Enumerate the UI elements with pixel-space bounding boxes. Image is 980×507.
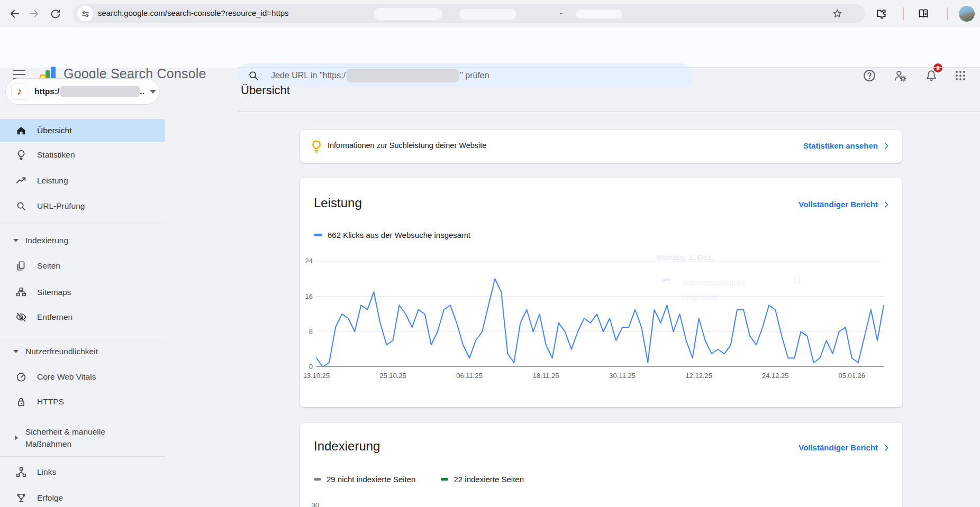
page: { "browser": { "url": "search.google.com… — [0, 0, 980, 507]
user-settings-icon[interactable] — [893, 69, 907, 82]
property-redaction-blob — [60, 86, 140, 97]
not-indexed-legend: 29 nicht indexierte Seiten — [314, 475, 415, 484]
sidebar-divider — [0, 224, 165, 224]
search-icon — [248, 70, 259, 81]
y-tick-label: 8 — [300, 327, 313, 335]
y-tick-label: 24 — [300, 257, 313, 265]
url-redaction-artifact: - — [560, 8, 562, 17]
sidebar-divider — [0, 456, 165, 457]
x-tick-label: 06.11.25 — [447, 372, 492, 380]
help-icon[interactable] — [863, 69, 876, 82]
x-tick-label: 05.01.26 — [830, 372, 874, 380]
lock-icon — [15, 395, 28, 408]
indexing-title: Indexierung — [314, 439, 380, 454]
property-selector[interactable]: ♪ https:/ .. — [5, 78, 160, 105]
home-icon — [15, 124, 28, 137]
sidebar-item-seiten[interactable]: Seiten — [0, 254, 165, 278]
performance-line — [316, 279, 884, 367]
sidebar-item-core-web-vitals[interactable]: Core Web Vitals — [0, 365, 165, 389]
legend-dash-green — [441, 478, 448, 481]
performance-full-report-link[interactable]: Vollständiger Bericht — [798, 200, 891, 209]
x-tick-label: 25.10.25 — [371, 372, 415, 380]
y-tick-label: 0 — [300, 363, 313, 371]
chevron-right-icon — [15, 435, 18, 440]
browser-toolbar: search.google.com/search-console?resourc… — [0, 0, 980, 28]
property-url: https:/ .. — [34, 86, 144, 97]
trending-up-icon — [15, 174, 28, 187]
sidebar-item-https[interactable]: HTTPS — [0, 390, 165, 413]
url-redaction-blob — [459, 9, 516, 20]
forward-icon[interactable] — [28, 7, 40, 20]
pages-icon — [15, 260, 28, 272]
link-graph-icon — [15, 466, 28, 478]
chevron-down-icon — [13, 239, 19, 242]
sidebar-item-erfolge[interactable]: Erfolge — [0, 486, 165, 507]
sidebar-section-sicherheit[interactable]: Sicherheit & manuelle Maßnahmen — [0, 423, 165, 453]
chevron-down-icon — [150, 90, 156, 94]
search-placeholder: Jede URL in "https:/ " prüfen — [271, 69, 489, 82]
lightbulb-icon — [15, 149, 28, 161]
trophy-icon — [15, 492, 28, 504]
chevron-right-icon — [882, 444, 891, 452]
bookmark-star-icon[interactable] — [831, 7, 843, 20]
sidebar-section-nutzerfreundlichkeit[interactable]: Nutzerfreundlichkeit — [0, 341, 165, 362]
eye-off-icon — [15, 311, 28, 324]
legend-dash-gray — [314, 478, 321, 481]
magnifier-icon — [15, 200, 28, 213]
apps-grid-icon[interactable] — [954, 69, 967, 82]
performance-line-chart[interactable] — [316, 261, 884, 367]
url-text[interactable]: search.google.com/search-console?resourc… — [98, 8, 289, 17]
url-redaction-blob — [576, 10, 622, 19]
sidebar-divider — [0, 420, 165, 420]
toolbar-divider — [947, 7, 948, 20]
x-tick-label: 18.11.25 — [524, 372, 568, 380]
lightbulb-insight-icon — [309, 139, 324, 154]
x-tick-label: 12.12.25 — [677, 372, 721, 380]
browser-profile-avatar[interactable] — [959, 6, 975, 22]
insights-banner[interactable]: Informationen zur Suchleistung deiner We… — [300, 130, 902, 163]
page-title: Übersicht — [241, 84, 290, 97]
sidebar-item-entfernen[interactable]: Entfernen — [0, 306, 165, 329]
reload-icon[interactable] — [49, 7, 61, 20]
sidebar-item-leistung[interactable]: Leistung — [0, 169, 165, 192]
reading-list-book-icon[interactable] — [917, 7, 930, 20]
title-divider — [238, 112, 980, 112]
sidebar-section-indexierung[interactable]: Indexierung — [0, 230, 165, 251]
toolbar-divider — [903, 7, 904, 20]
indexing-card: Indexierung Vollständiger Bericht 29 nic… — [300, 423, 902, 507]
performance-card: Leistung Vollständiger Bericht 662 Klick… — [300, 178, 902, 407]
x-tick-label: 24.12.25 — [753, 372, 797, 380]
header-divider — [238, 67, 980, 68]
x-tick-label: 30.11.25 — [600, 372, 645, 380]
notification-badge: 8 — [933, 63, 942, 72]
indexed-legend: 22 indexierte Seiten — [441, 475, 524, 484]
url-bar[interactable]: search.google.com/search-console?resourc… — [72, 4, 865, 23]
sidebar-item-uebersicht[interactable]: Übersicht — [0, 119, 165, 142]
indexing-axis-partial-label: 30 — [306, 501, 319, 507]
url-redaction-blob — [374, 8, 442, 20]
site-info-icon[interactable] — [77, 6, 93, 22]
banner-text: Informationen zur Suchleistung deiner We… — [328, 141, 486, 150]
performance-title: Leistung — [314, 196, 362, 210]
property-favicon-music-note-icon: ♪ — [11, 83, 28, 100]
chevron-down-icon — [13, 350, 19, 353]
sidebar-item-url-pruefung[interactable]: URL-Prüfung — [0, 195, 165, 218]
sidebar-item-links[interactable]: Links — [0, 460, 165, 484]
legend-dash-blue — [314, 234, 322, 236]
sidebar-item-statistiken[interactable]: Statistiken — [0, 143, 165, 167]
extensions-puzzle-icon[interactable] — [875, 7, 887, 20]
sitemap-tree-icon — [15, 286, 28, 299]
chevron-right-icon — [882, 142, 891, 150]
back-icon[interactable] — [8, 7, 21, 20]
performance-legend: 662 Klicks aus der Websuche insgesamt — [314, 231, 470, 239]
x-tick-label: 13.10.25 — [294, 372, 339, 380]
y-tick-label: 16 — [300, 292, 313, 300]
chevron-right-icon — [882, 200, 891, 209]
indexing-full-report-link[interactable]: Vollständiger Bericht — [798, 443, 891, 452]
view-insights-link[interactable]: Statistiken ansehen — [803, 141, 891, 150]
chart-gridlines — [316, 262, 884, 366]
speedometer-icon — [15, 371, 28, 383]
app-header: Google Search Console Jede URL in "https… — [0, 27, 980, 68]
sidebar-item-sitemaps[interactable]: Sitemaps — [0, 281, 165, 304]
search-redaction-blob — [347, 69, 459, 82]
